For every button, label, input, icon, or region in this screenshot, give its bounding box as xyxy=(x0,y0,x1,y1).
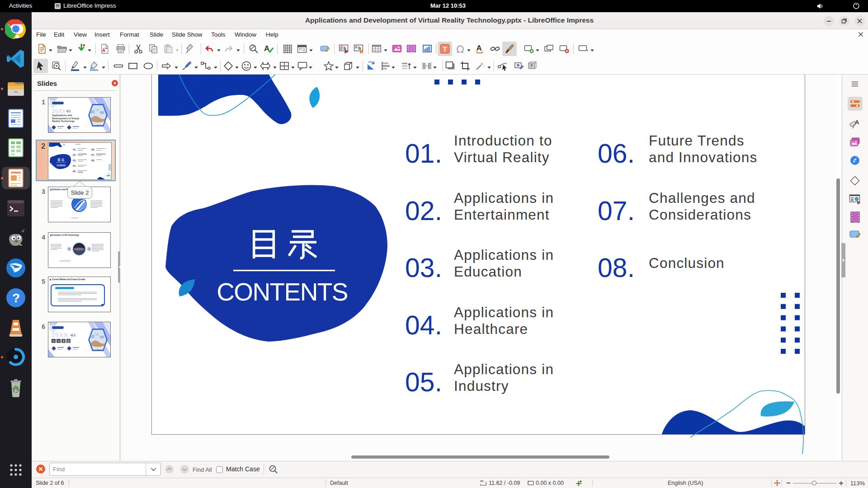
svg-text:CONTENTS: CONTENTS xyxy=(57,164,66,167)
svg-text:A: A xyxy=(476,44,482,52)
svg-text:A: A xyxy=(102,48,105,53)
svg-text:T: T xyxy=(443,45,447,53)
svg-text:A: A xyxy=(855,119,859,126)
svg-text:?: ? xyxy=(12,291,20,305)
svg-text:A: A xyxy=(264,44,269,53)
